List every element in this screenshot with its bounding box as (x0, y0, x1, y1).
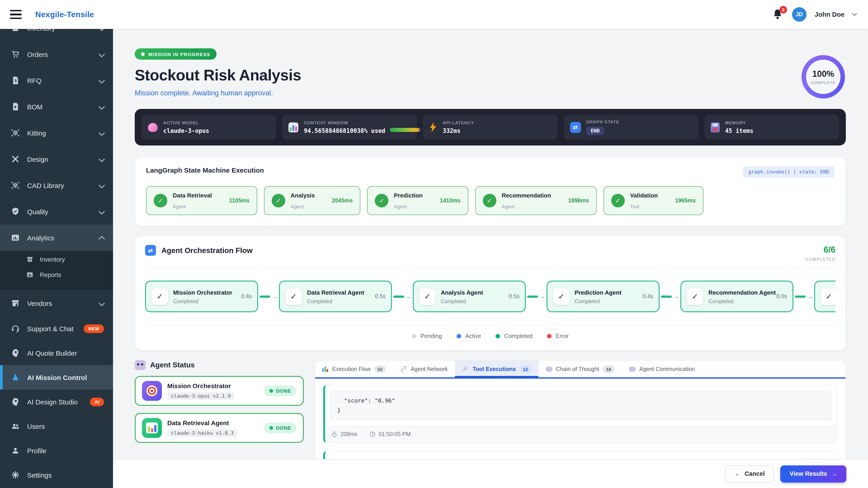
floppy-disk-icon (711, 122, 720, 132)
tab-execution-flow[interactable]: Execution Flow 42 (315, 361, 393, 377)
flow-node-data-retrieval-agent[interactable]: ✓ Data Retrieval Agent Completed 0.5s (279, 281, 392, 312)
check-icon: ✓ (820, 288, 835, 305)
flow-connector: → (794, 293, 814, 300)
sidebar-item-profile[interactable]: Profile (0, 438, 113, 463)
stage-recommendation[interactable]: ✓ Recommendation Agent 1896ms (475, 186, 596, 215)
person-icon (11, 446, 20, 455)
flow-connector: → (258, 293, 279, 300)
storefront-icon (11, 299, 20, 308)
check-icon: ✓ (272, 194, 285, 207)
stage-validation[interactable]: ✓ Validation Tool 1965ms (603, 186, 704, 215)
sidebar-item-orders[interactable]: Orders (0, 41, 113, 67)
agent-card-mission-orchestrator[interactable]: Mission Orchestrator claude-3-opus v2.1.… (135, 376, 304, 406)
sidebar-item-settings[interactable]: Settings (0, 463, 113, 487)
tool-executions-panel: "score": "0.96" } 209ms (315, 379, 845, 459)
view-results-button[interactable]: View Results → (780, 465, 846, 482)
action-footer: ← Cancel View Results → (113, 459, 868, 488)
app-root: Nexgile-Tensile 3 JD John Doe Inventory (0, 0, 868, 488)
check-icon: ✓ (611, 194, 625, 207)
reports-icon (26, 271, 33, 278)
sidebar-item-quality[interactable]: Quality (0, 198, 113, 225)
sidebar-item-ai-quote-builder[interactable]: AI Quote Builder (0, 341, 113, 365)
agent-status-section: Agent Status Mission Orchestrator claude… (135, 360, 304, 450)
sidebar-item-ai-design-studio[interactable]: AI Design Studio AI (0, 390, 113, 414)
bom-document-icon (11, 102, 20, 111)
flow-node-prediction-agent[interactable]: ✓ Prediction Agent Completed 0.4s (547, 281, 659, 312)
sidebar-item-design[interactable]: Design (0, 146, 113, 172)
chat-bubble-icon (629, 366, 636, 372)
orchestration-card: ⇄ Agent Orchestration Flow 6/6 COMPLETED… (135, 235, 846, 351)
status-dot-icon (141, 52, 145, 56)
flow-node-mission-orchestrator[interactable]: ✓ Mission Orchestrator Completed 0.4s (145, 281, 258, 312)
avatar[interactable]: JD (792, 7, 807, 22)
design-tools-icon (11, 155, 20, 164)
legend-completed: Completed (495, 332, 532, 339)
bar-chart-icon (288, 122, 298, 132)
sidebar-subitem-reports[interactable]: Reports (0, 267, 113, 283)
cancel-button[interactable]: ← Cancel (725, 465, 774, 482)
flow-connector: → (659, 293, 680, 300)
flow-node-analysis-agent[interactable]: ✓ Analysis Agent Completed 0.5s (413, 281, 526, 312)
stage-prediction[interactable]: ✓ Prediction Agent 1410ms (367, 186, 468, 215)
stage-analysis[interactable]: ✓ Analysis Agent 2045ms (264, 186, 361, 215)
wrench-icon (462, 365, 469, 372)
stat-api-latency: API LATENCY 332ms (423, 115, 558, 140)
arrow-right-icon: → (807, 293, 813, 300)
agent-card-data-retrieval[interactable]: Data Retrieval Agent claude-3-haiku v1.8… (135, 413, 304, 443)
flow-node-recommendation-agent[interactable]: ✓ Recommendation Agent Completed 0.0s (680, 281, 794, 312)
flow-node-validation[interactable]: ✓ Validation Tool Completed (814, 281, 835, 312)
hamburger-menu-icon[interactable] (10, 10, 22, 19)
agent-model-tag: claude-3-haiku v1.8.3 (167, 429, 237, 437)
sidebar-item-rfq[interactable]: $ RFQ (0, 67, 113, 94)
legend-error: Error (547, 332, 569, 339)
done-dot-icon (269, 389, 273, 393)
notifications-button[interactable]: 3 (772, 8, 784, 20)
stage-data-retrieval[interactable]: ✓ Data Retrieval Agent 1105ms (146, 186, 257, 215)
sidebar-item-cad-library[interactable]: CAD Library (0, 172, 113, 198)
sidebar-item-vendors[interactable]: Vendors (0, 290, 113, 316)
orchestration-count-caption: COMPLETED (805, 257, 835, 262)
duration-meta: 209ms (331, 431, 358, 437)
robot-icon (135, 360, 146, 370)
sidebar-item-inventory[interactable]: Inventory (0, 29, 113, 41)
tool-execution-card-next (323, 451, 837, 459)
status-pill (801, 458, 831, 459)
brand-logo[interactable]: Nexgile-Tensile (35, 10, 94, 19)
graph-state-value: END (586, 127, 604, 135)
flow-connector: → (392, 293, 413, 300)
sidebar-item-ai-mission-control[interactable]: AI Mission Control (0, 365, 113, 390)
cart-icon (11, 50, 20, 59)
chevron-down-icon[interactable] (852, 11, 857, 16)
cad-cube-icon (11, 181, 20, 190)
page-title: Stockout Risk Analysis (135, 66, 846, 84)
check-icon: ✓ (151, 288, 168, 305)
sidebar-subitem-inventory[interactable]: Inventory (0, 252, 113, 267)
link-icon (400, 365, 407, 372)
tab-agent-network[interactable]: Agent Network (393, 361, 455, 377)
tab-chain-of-thought[interactable]: Chain of Thought 16 (538, 361, 622, 377)
tab-tool-executions[interactable]: Tool Executions 12 (455, 361, 538, 377)
execution-flow-icon (322, 366, 329, 372)
users-icon (11, 422, 20, 431)
execution-panel: Execution Flow 42 Agent Network Tool Exe… (315, 360, 846, 459)
new-badge: NEW (84, 324, 104, 333)
tool-result-code: "score": "0.96" } (331, 391, 831, 420)
sidebar-item-kitting[interactable]: Kitting (0, 120, 113, 146)
sidebar-item-support-chat[interactable]: Support & Chat NEW (0, 316, 113, 341)
arrow-right-icon: → (831, 470, 837, 477)
pending-dot-icon (412, 334, 416, 338)
sidebar-item-users[interactable]: Users (0, 414, 113, 438)
tab-agent-communication[interactable]: Agent Communication (622, 361, 702, 377)
stopwatch-icon (331, 431, 337, 437)
check-icon: ✓ (483, 194, 496, 207)
sidebar-item-analytics[interactable]: Analytics (0, 225, 113, 251)
archive-icon (26, 256, 33, 263)
arrow-right-icon: → (539, 293, 546, 300)
stat-active-model: ACTIVE MODEL claude-3-opus (142, 115, 276, 140)
completed-dot-icon (495, 334, 500, 338)
progress-caption: COMPLETE (811, 80, 836, 85)
user-name[interactable]: John Doe (815, 11, 844, 18)
mission-header: MISSION IN PROGRESS Stockout Risk Analys… (135, 29, 846, 97)
sidebar-item-bom[interactable]: BOM (0, 94, 113, 120)
sync-icon: ⇄ (570, 122, 581, 133)
